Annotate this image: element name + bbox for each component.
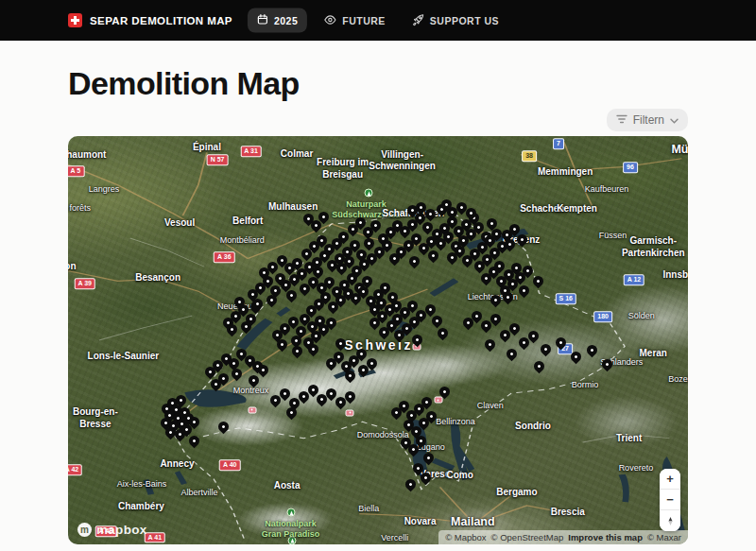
demolition-pin[interactable] (532, 358, 547, 373)
mapbox-logo-text: mapbox (96, 523, 147, 537)
demolition-pin[interactable] (410, 333, 425, 348)
zoom-in-button[interactable]: + (660, 469, 680, 490)
attribution-maxar: © Maxar (647, 532, 681, 542)
nav-label: FUTURE (342, 15, 386, 26)
demolition-pin[interactable] (569, 350, 584, 365)
demolition-pin[interactable] (436, 326, 451, 341)
demolition-pin[interactable] (554, 336, 569, 351)
demolition-pin[interactable] (430, 314, 445, 329)
demolition-pin[interactable] (421, 451, 436, 466)
map-canvas[interactable]: A 31N 57A 5A 36A 39A 40A 42A 48A 41796A … (68, 136, 688, 544)
demolition-pin[interactable] (247, 372, 262, 387)
mapbox-logo-icon: m (77, 523, 92, 537)
main-nav: 2025 FUTURE SUPPORT US (248, 8, 508, 33)
demolition-pin[interactable] (600, 357, 615, 372)
filter-dropdown-button[interactable]: Filtern (607, 109, 688, 131)
compass-icon (665, 516, 676, 526)
compass-button[interactable] (660, 510, 680, 531)
nav-item-future[interactable]: FUTURE (315, 9, 395, 32)
zoom-out-button[interactable]: − (660, 490, 680, 510)
attribution-improve-link[interactable]: Improve this map (568, 532, 643, 542)
demolition-pin[interactable] (406, 254, 421, 269)
nav-item-support-us[interactable]: SUPPORT US (403, 8, 508, 33)
swiss-flag-icon (68, 13, 82, 27)
demolition-pin[interactable] (404, 477, 419, 492)
demolition-pin[interactable] (215, 420, 231, 435)
brand[interactable]: SEPAR DEMOLITION MAP (68, 13, 232, 27)
map-attribution: © Mapbox © OpenStreetMap Improve this ma… (438, 530, 688, 544)
nav-label: SUPPORT US (430, 15, 499, 26)
calendar-icon (257, 14, 268, 27)
filter-icon (616, 113, 627, 127)
demolition-pin[interactable] (538, 342, 553, 357)
nav-item-2025[interactable]: 2025 (248, 9, 307, 33)
demolition-pin[interactable] (516, 284, 531, 299)
demolition-pin[interactable] (585, 343, 600, 358)
demolition-pin[interactable] (438, 385, 453, 400)
page-content: Demolition Map Filtern (68, 65, 688, 544)
rocket-icon (412, 13, 424, 27)
demolition-pin[interactable] (504, 347, 519, 362)
filter-label: Filtern (633, 113, 664, 127)
top-navigation-bar: SEPAR DEMOLITION MAP 2025 FUTURE SUPPORT… (0, 0, 756, 41)
page-title: Demolition Map (68, 65, 688, 102)
map-markers-layer (68, 136, 688, 544)
brand-name: SEPAR DEMOLITION MAP (90, 15, 232, 26)
filter-row: Filtern (68, 109, 688, 131)
mapbox-logo[interactable]: m mapbox (77, 523, 147, 537)
demolition-pin[interactable] (530, 273, 545, 288)
attribution-osm: © OpenStreetMap (491, 532, 564, 542)
eye-icon (324, 14, 336, 26)
demolition-pin[interactable] (482, 337, 497, 353)
nav-label: 2025 (274, 15, 298, 26)
attribution-mapbox: © Mapbox (445, 532, 486, 542)
map-zoom-controls: + − (660, 469, 680, 531)
demolition-pin[interactable] (334, 336, 349, 352)
demolition-pin[interactable] (290, 344, 305, 359)
demolition-pin[interactable] (186, 434, 201, 449)
chevron-down-icon (670, 113, 679, 127)
